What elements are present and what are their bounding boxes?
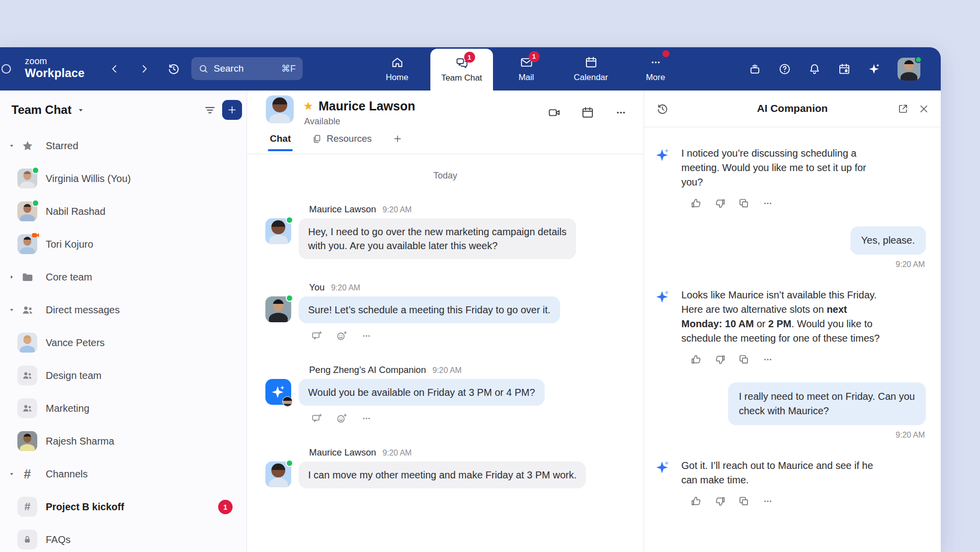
forward-icon[interactable] [138,63,151,75]
sidebar-item-design-team[interactable]: Design team [0,359,246,392]
message-row: Would you be available on Friday at 3 PM… [265,379,644,406]
ai-companion-panel: AI Companion I noticed you’re discussing… [644,91,941,552]
caret-spacer [6,175,17,183]
avatar[interactable] [17,333,37,353]
unread-badge: 1 [464,52,475,63]
help-icon[interactable] [778,63,791,76]
sidebar-item-visual [17,201,37,221]
sidebar-item-project-b-kickoff[interactable]: #Project B kickoff1 [0,490,246,523]
starred-icon: ★ [303,99,314,113]
schedule-meeting-icon[interactable] [581,106,594,119]
sidebar-item-faqs[interactable]: FAQs [0,523,246,552]
comment-plus-icon[interactable] [311,330,323,342]
nav-tab-more[interactable]: More [624,47,687,91]
sidebar-item-label: Rajesh Sharma [46,436,114,447]
avatar[interactable] [17,234,37,254]
thumb-down-icon[interactable] [714,495,726,507]
sidebar-item-direct-messages[interactable]: Direct messages [0,293,246,326]
search-shortcut: ⌘F [281,63,296,74]
sender-avatar[interactable] [265,379,291,405]
message-sender: Maurice Lawson9:20 AM [309,447,644,458]
calendar-day-icon[interactable] [838,63,851,76]
sidebar-item-channels[interactable]: #Channels [0,458,246,490]
sparkle-icon[interactable] [868,63,881,76]
more-options-icon[interactable] [614,106,628,119]
filter-icon[interactable] [203,103,217,117]
nav-tab-mail[interactable]: 1Mail [495,47,558,91]
sidebar-item-vance-peters[interactable]: Vance Peters [0,326,246,359]
new-chat-button[interactable] [222,100,242,120]
more-h-icon[interactable] [762,354,774,366]
caret-down-icon[interactable] [6,306,17,314]
thumb-up-icon[interactable] [690,197,702,209]
thumb-down-icon[interactable] [714,197,726,209]
add-tab-icon[interactable] [393,134,403,144]
thumb-up-icon[interactable] [690,495,702,507]
sidebar-item-core-team[interactable]: Core team [0,261,246,293]
comment-plus-icon[interactable] [311,413,323,424]
smiley-plus-icon[interactable] [336,413,347,424]
sidebar-item-tori-kojuro[interactable]: Tori Kojuro [0,228,246,261]
sender-avatar[interactable] [265,461,291,487]
nav-tab-team-chat[interactable]: 1Team Chat [430,49,493,91]
avatar[interactable] [17,201,37,221]
nav-tab-label: Calendar [574,73,608,83]
thumb-up-icon[interactable] [690,354,702,366]
sidebar-item-visual [17,333,37,353]
logo-workplace: Workplace [25,68,84,80]
user-avatar[interactable] [898,58,920,81]
nav-tab-home[interactable]: Home [366,47,428,91]
copy-icon[interactable] [738,354,750,366]
nav-tab-calendar[interactable]: Calendar [560,47,622,91]
tab-chat[interactable]: Chat [270,133,291,151]
thumb-down-icon[interactable] [714,354,726,366]
sender-name: Maurice Lawson [309,204,376,214]
sidebar-item-label: Nabil Rashad [46,206,105,217]
peer-avatar[interactable] [266,95,294,123]
pop-out-icon[interactable] [897,103,909,115]
history-icon[interactable] [167,62,180,76]
tab-resources[interactable]: Resources [312,133,372,151]
back-icon[interactable] [108,63,121,75]
copy-icon[interactable] [738,495,750,507]
sidebar-item-starred[interactable]: Starred [0,129,246,162]
close-icon[interactable] [918,103,930,115]
avatar[interactable] [17,431,37,451]
search-input[interactable]: Search ⌘F [191,57,303,80]
caret-down-icon[interactable] [6,470,17,478]
caret-down-icon[interactable] [6,142,17,150]
sender-avatar[interactable] [265,296,291,322]
sender-avatar[interactable] [265,218,291,244]
smiley-plus-icon[interactable] [336,330,347,342]
sparkle-ai-icon [655,460,670,475]
bell-icon[interactable] [808,63,821,76]
more-h-icon[interactable] [762,197,774,209]
more-h-icon[interactable] [361,413,372,424]
sidebar-item-rajesh-sharma[interactable]: Rajesh Sharma [0,425,246,458]
copy-icon[interactable] [738,197,750,209]
sidebar-item-visual [17,431,37,451]
ai-panel-title: AI Companion [644,102,941,114]
online-status-dot [32,199,39,207]
peer-name: Maurice Lawson [319,99,415,113]
message-hover-actions [311,330,644,342]
caret-right-icon[interactable] [6,273,17,281]
chevron-down-icon[interactable] [76,105,85,115]
start-video-meeting-icon[interactable] [548,106,561,119]
ai-message: Got it. I’ll reach out to Maurice and se… [655,459,926,487]
avatar[interactable] [17,169,37,188]
calendar-icon [584,56,598,69]
ai-message: Looks like Maurice isn’t available this … [655,288,926,346]
chat-message: Maurice Lawson9:20 AMI can move my other… [265,447,644,488]
sidebar-item-label: Virginia Willis (You) [46,173,131,184]
sidebar-item-virginia-willis-you-[interactable]: Virginia Willis (You) [0,162,246,195]
sidebar-item-marketing[interactable]: Marketing [0,392,246,425]
more-h-icon[interactable] [762,495,774,507]
device-icon[interactable] [748,63,761,76]
more-h-icon[interactable] [361,330,372,342]
caret-spacer [6,437,17,445]
nav-tab-label: More [646,73,665,83]
message-row: I can move my other meeting and make Fri… [265,461,644,488]
sidebar-item-nabil-rashad[interactable]: Nabil Rashad [0,195,246,228]
sidebar-item-label: Marketing [46,403,89,414]
